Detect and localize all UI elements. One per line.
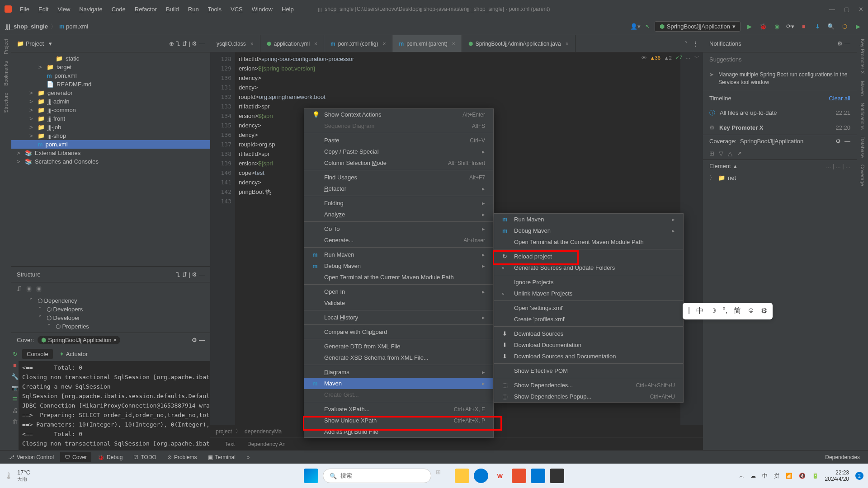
explorer-icon[interactable] xyxy=(455,469,469,483)
timeline-item[interactable]: ⚙ Key Promoter X 22:20 xyxy=(703,121,857,135)
menu-item[interactable]: Open Terminal at the Current Maven Modul… xyxy=(494,236,683,248)
ime-punct-icon[interactable]: °, xyxy=(722,306,727,316)
search-icon[interactable]: 🔍 xyxy=(826,22,835,31)
structure-item[interactable]: ˅⬡ Properties xyxy=(11,322,210,331)
weather-widget[interactable]: 🌡 17°C 大雨 xyxy=(5,469,30,483)
tool-icon[interactable]: 🔧 xyxy=(11,373,19,380)
cov-icon[interactable]: ↗ xyxy=(737,150,742,157)
menu-vcs[interactable]: VCS xyxy=(227,4,246,14)
close-icon[interactable]: ✕ xyxy=(859,6,863,13)
run-config-selector[interactable]: ⬢ SpringBootJjjApplication ▾ xyxy=(655,21,741,32)
tree-item[interactable]: >📁jjj-admin xyxy=(11,97,210,106)
menu-item[interactable]: Open In▸ xyxy=(304,286,493,297)
menu-item[interactable]: ⬇Download Documentation xyxy=(494,339,683,351)
menu-item[interactable]: Open 'settings.xml' xyxy=(494,302,683,314)
tree-item[interactable]: >📁generator xyxy=(11,89,210,97)
dependencies-tab[interactable]: Dependencies xyxy=(821,452,864,462)
run-button[interactable]: ▶ xyxy=(745,22,754,31)
stop-icon[interactable]: ■ xyxy=(13,362,17,369)
menu-build[interactable]: Build xyxy=(162,4,183,14)
menu-item[interactable]: mRun Maven▸ xyxy=(304,249,493,260)
cov-icon[interactable]: △ xyxy=(728,150,732,157)
editor-tab[interactable]: m pom.xml (parent) × xyxy=(392,35,462,52)
element-header[interactable]: Element xyxy=(709,163,731,169)
update-button[interactable]: ⬇ xyxy=(813,22,822,31)
menu-item[interactable]: ▫Generate Sources and Update Folders xyxy=(494,262,683,273)
ime-cursor-icon[interactable]: | xyxy=(688,306,690,316)
tray-ime-icon[interactable]: 中 xyxy=(762,472,768,480)
console-tab[interactable]: Console xyxy=(22,349,53,359)
tree-item[interactable]: >📁jjj-common xyxy=(11,106,210,114)
tab-more-icon[interactable]: ⋮ xyxy=(693,40,698,47)
breadcrumb-project[interactable]: jjj_shop_single xyxy=(5,23,48,30)
wps-icon[interactable]: W xyxy=(493,469,507,483)
profile-button[interactable]: ⟳▾ xyxy=(786,22,795,31)
todo-tab[interactable]: ☑ TODO xyxy=(129,452,160,462)
tool-icon[interactable]: 📷 xyxy=(11,385,19,391)
edge-icon[interactable] xyxy=(474,469,488,483)
menu-item[interactable]: Validate xyxy=(304,297,493,309)
menu-item[interactable]: Refactor▸ xyxy=(304,183,493,194)
tool-icon[interactable]: ☰ xyxy=(12,396,18,403)
cov-icon[interactable]: ⊞ xyxy=(709,150,714,157)
reader-mode-icon[interactable]: 👁 xyxy=(642,55,646,61)
tree-item[interactable]: >📚External Libraries xyxy=(11,149,210,157)
menu-code[interactable]: Code xyxy=(108,4,129,14)
tray-wifi-icon[interactable]: 📶 xyxy=(786,473,793,479)
rerun-icon[interactable]: ↻ xyxy=(13,351,18,357)
menu-view[interactable]: View xyxy=(54,4,74,14)
menu-item[interactable]: mRun Maven▸ xyxy=(494,214,683,225)
menu-file[interactable]: File xyxy=(16,4,33,14)
cover-tab[interactable]: 🛡 Cover xyxy=(60,452,91,462)
structure-tool-button[interactable]: Structure xyxy=(3,93,9,113)
menu-tools[interactable]: Tools xyxy=(204,4,225,14)
maximize-icon[interactable]: ▢ xyxy=(844,6,849,13)
tree-item[interactable]: >📁jjj-job xyxy=(11,123,210,131)
menu-item[interactable]: ▫Unlink Maven Projects xyxy=(494,288,683,299)
menu-item[interactable]: Generate...Alt+Inser xyxy=(304,235,493,246)
terminal-icon[interactable] xyxy=(550,469,564,483)
tray-volume-icon[interactable]: 🔇 xyxy=(799,473,806,479)
suggestion-item[interactable]: ➤ Manage multiple Spring Boot run config… xyxy=(703,66,857,91)
editor-tab[interactable]: ysqlIO.class × xyxy=(210,35,260,52)
database-tool[interactable]: Database xyxy=(860,136,865,158)
ime-toolbar[interactable]: | 中 ☽ °, 简 ☺ ⚙ xyxy=(683,303,773,319)
menu-item[interactable]: Open Terminal at the Current Maven Modul… xyxy=(304,272,493,283)
tab-dropdown-icon[interactable]: ˅ xyxy=(685,40,688,47)
menu-item[interactable]: Show Unique XPathCtrl+Alt+X, P xyxy=(304,415,493,426)
editor-tab[interactable]: m pom.xml (config) × xyxy=(324,35,392,52)
taskbar-search[interactable]: 🔍 搜索 xyxy=(323,469,431,483)
menu-refactor[interactable]: Refactor xyxy=(131,4,160,14)
vscode-icon[interactable] xyxy=(531,469,545,483)
key-promoter-tool[interactable]: Key Promoter X xyxy=(860,39,865,74)
tray-chevron-icon[interactable]: ︿ xyxy=(739,472,744,480)
menu-item[interactable]: PasteCtrl+V xyxy=(304,135,493,146)
stop-button[interactable]: ■ xyxy=(799,22,808,31)
project-tool-button[interactable]: Project xyxy=(3,39,9,54)
tray-onedrive-icon[interactable]: ☁ xyxy=(750,473,756,479)
notifications-options[interactable]: ⚙ — xyxy=(837,40,850,47)
back-arrow-icon[interactable]: ↖ xyxy=(645,23,650,30)
tree-item[interactable]: >📁jjj-shop xyxy=(11,131,210,140)
next-highlight-icon[interactable]: ﹀ xyxy=(694,54,699,61)
structure-item[interactable]: ˅⬡ Developer xyxy=(11,314,210,322)
menu-help[interactable]: Help xyxy=(278,4,297,14)
bookmarks-tool-button[interactable]: Bookmarks xyxy=(3,61,9,86)
editor-tab[interactable]: ⬢ SpringBootJjjAdminApplication.java × xyxy=(462,35,576,52)
menu-item[interactable]: Folding▸ xyxy=(304,197,493,209)
menu-item[interactable]: Column Selection ModeAlt+Shift+Insert xyxy=(304,157,493,169)
menu-item[interactable]: Copy / Paste Special▸ xyxy=(304,146,493,157)
timeline-item[interactable]: ⓘ All files are up-to-date 22:21 xyxy=(703,105,857,121)
menu-item[interactable]: Compare with Clipboard xyxy=(304,326,493,338)
structure-item[interactable]: ˅⬡ Dependency xyxy=(11,296,210,305)
cover-chip[interactable]: ⬢ SpringBootJjjApplication × xyxy=(38,336,120,344)
vcs-tab[interactable]: ⎇ Version Control xyxy=(4,452,58,462)
menu-item[interactable]: Analyze▸ xyxy=(304,209,493,220)
view-text-tab[interactable]: Text xyxy=(216,441,244,447)
tree-item[interactable]: mpom.xml xyxy=(11,140,210,149)
menu-item[interactable]: Evaluate XPath...Ctrl+Alt+X, E xyxy=(304,404,493,415)
tree-item[interactable]: 📁static xyxy=(11,54,210,63)
menu-item[interactable]: mDebug Maven▸ xyxy=(304,260,493,272)
view-dep-tab[interactable]: Dependency An xyxy=(247,441,286,447)
tree-item[interactable]: >📁target xyxy=(11,63,210,71)
